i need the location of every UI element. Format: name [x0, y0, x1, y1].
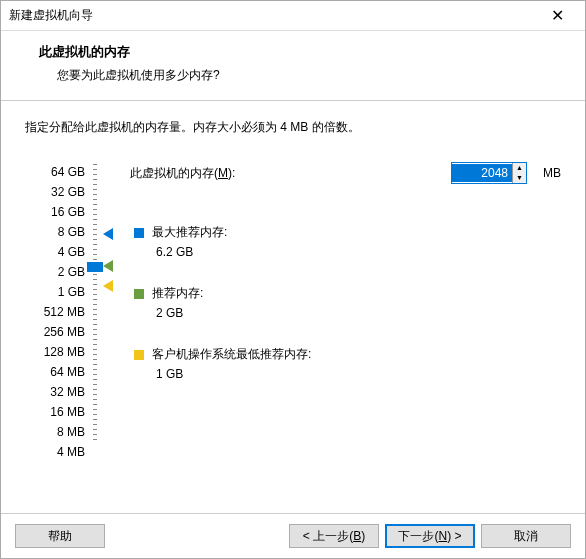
- slider-tick-labels: 64 GB 32 GB 16 GB 8 GB 4 GB 2 GB 1 GB 51…: [25, 162, 85, 462]
- tick-label: 1 GB: [25, 282, 85, 302]
- wizard-footer: 帮助 < 上一步(B) 下一步(N) > 取消: [1, 513, 585, 558]
- tick-label: 2 GB: [25, 262, 85, 282]
- cancel-button[interactable]: 取消: [481, 524, 571, 548]
- tick-label: 128 MB: [25, 342, 85, 362]
- tick-label: 8 MB: [25, 422, 85, 442]
- tick-label: 4 MB: [25, 442, 85, 462]
- square-green-icon: [134, 289, 144, 299]
- memory-area: 64 GB 32 GB 16 GB 8 GB 4 GB 2 GB 1 GB 51…: [25, 162, 561, 407]
- tick-label: 8 GB: [25, 222, 85, 242]
- min-recommendation: 客户机操作系统最低推荐内存: 1 GB: [130, 346, 561, 381]
- memory-slider-column: 64 GB 32 GB 16 GB 8 GB 4 GB 2 GB 1 GB 51…: [25, 162, 110, 407]
- tick-label: 256 MB: [25, 322, 85, 342]
- close-icon: ✕: [551, 6, 564, 25]
- tick-label: 32 GB: [25, 182, 85, 202]
- wizard-header: 此虚拟机的内存 您要为此虚拟机使用多少内存?: [1, 31, 585, 101]
- rec-label: 推荐内存:: [152, 286, 203, 300]
- tick-label: 4 GB: [25, 242, 85, 262]
- max-recommendation: 最大推荐内存: 6.2 GB: [130, 224, 561, 259]
- rec-marker-icon: [103, 260, 113, 272]
- square-yellow-icon: [134, 350, 144, 360]
- next-button[interactable]: 下一步(N) >: [385, 524, 475, 548]
- tick-label: 16 MB: [25, 402, 85, 422]
- page-title: 此虚拟机的内存: [39, 43, 561, 61]
- window-title: 新建虚拟机向导: [9, 7, 537, 24]
- recommended: 推荐内存: 2 GB: [130, 285, 561, 320]
- tick-label: 64 MB: [25, 362, 85, 382]
- right-column: 此虚拟机的内存(M): ▲ ▼ MB 最大推荐内存: 6.2 GB: [130, 162, 561, 407]
- back-button[interactable]: < 上一步(B): [289, 524, 379, 548]
- tick-label: 32 MB: [25, 382, 85, 402]
- page-subtitle: 您要为此虚拟机使用多少内存?: [39, 67, 561, 84]
- titlebar: 新建虚拟机向导 ✕: [1, 1, 585, 31]
- tick-label: 64 GB: [25, 162, 85, 182]
- help-button[interactable]: 帮助: [15, 524, 105, 548]
- square-blue-icon: [134, 228, 144, 238]
- min-marker-icon: [103, 280, 113, 292]
- memory-unit: MB: [543, 166, 561, 180]
- tick-label: 512 MB: [25, 302, 85, 322]
- min-rec-value: 1 GB: [134, 367, 561, 381]
- wizard-window: 新建虚拟机向导 ✕ 此虚拟机的内存 您要为此虚拟机使用多少内存? 指定分配给此虚…: [0, 0, 586, 559]
- min-rec-label: 客户机操作系统最低推荐内存:: [152, 347, 311, 361]
- memory-input-label: 此虚拟机的内存(M):: [130, 165, 441, 182]
- tick-label: 16 GB: [25, 202, 85, 222]
- max-marker-icon: [103, 228, 113, 240]
- memory-input-row: 此虚拟机的内存(M): ▲ ▼ MB: [130, 162, 561, 184]
- rec-value: 2 GB: [134, 306, 561, 320]
- close-button[interactable]: ✕: [537, 2, 577, 30]
- memory-spinner: ▲ ▼: [451, 162, 527, 184]
- max-rec-value: 6.2 GB: [134, 245, 561, 259]
- memory-input[interactable]: [452, 164, 512, 182]
- max-rec-label: 最大推荐内存:: [152, 225, 227, 239]
- instruction-text: 指定分配给此虚拟机的内存量。内存大小必须为 4 MB 的倍数。: [25, 119, 561, 136]
- slider-thumb[interactable]: [87, 262, 103, 272]
- content-area: 指定分配给此虚拟机的内存量。内存大小必须为 4 MB 的倍数。 64 GB 32…: [1, 101, 585, 513]
- spinner-buttons: ▲ ▼: [512, 163, 526, 183]
- memory-slider[interactable]: [93, 164, 95, 444]
- spinner-up-icon[interactable]: ▲: [512, 163, 526, 173]
- spinner-down-icon[interactable]: ▼: [512, 173, 526, 183]
